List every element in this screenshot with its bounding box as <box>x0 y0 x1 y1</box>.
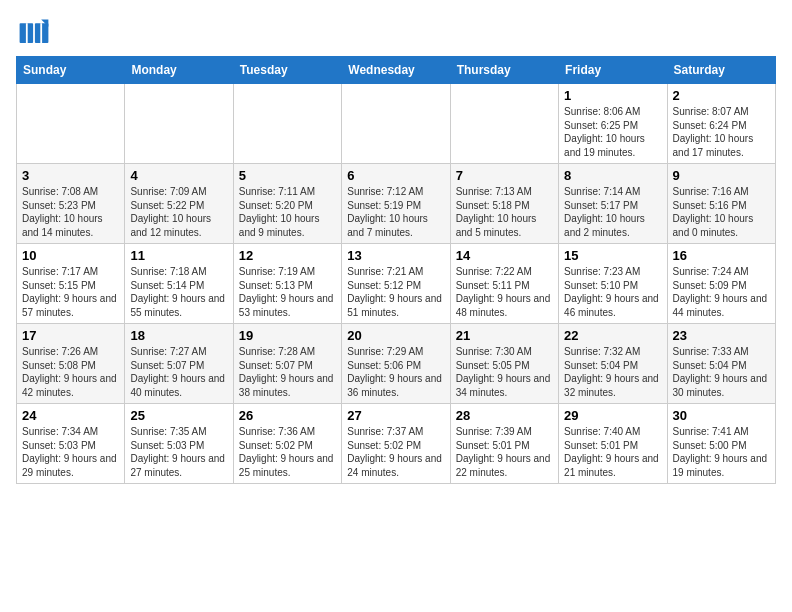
calendar-header-row: SundayMondayTuesdayWednesdayThursdayFrid… <box>17 57 776 84</box>
calendar-cell: 22Sunrise: 7:32 AM Sunset: 5:04 PM Dayli… <box>559 324 667 404</box>
weekday-header-friday: Friday <box>559 57 667 84</box>
weekday-header-sunday: Sunday <box>17 57 125 84</box>
day-info: Sunrise: 7:21 AM Sunset: 5:12 PM Dayligh… <box>347 265 444 319</box>
day-info: Sunrise: 7:40 AM Sunset: 5:01 PM Dayligh… <box>564 425 661 479</box>
day-info: Sunrise: 7:11 AM Sunset: 5:20 PM Dayligh… <box>239 185 336 239</box>
logo-icon <box>16 16 52 52</box>
day-info: Sunrise: 7:32 AM Sunset: 5:04 PM Dayligh… <box>564 345 661 399</box>
day-info: Sunrise: 7:33 AM Sunset: 5:04 PM Dayligh… <box>673 345 770 399</box>
calendar-cell: 26Sunrise: 7:36 AM Sunset: 5:02 PM Dayli… <box>233 404 341 484</box>
day-number: 30 <box>673 408 770 423</box>
day-info: Sunrise: 7:34 AM Sunset: 5:03 PM Dayligh… <box>22 425 119 479</box>
calendar-week-2: 3Sunrise: 7:08 AM Sunset: 5:23 PM Daylig… <box>17 164 776 244</box>
day-info: Sunrise: 7:12 AM Sunset: 5:19 PM Dayligh… <box>347 185 444 239</box>
day-info: Sunrise: 7:17 AM Sunset: 5:15 PM Dayligh… <box>22 265 119 319</box>
calendar-week-1: 1Sunrise: 8:06 AM Sunset: 6:25 PM Daylig… <box>17 84 776 164</box>
calendar-cell <box>17 84 125 164</box>
calendar-cell: 14Sunrise: 7:22 AM Sunset: 5:11 PM Dayli… <box>450 244 558 324</box>
day-info: Sunrise: 7:13 AM Sunset: 5:18 PM Dayligh… <box>456 185 553 239</box>
calendar-cell: 6Sunrise: 7:12 AM Sunset: 5:19 PM Daylig… <box>342 164 450 244</box>
calendar-cell: 25Sunrise: 7:35 AM Sunset: 5:03 PM Dayli… <box>125 404 233 484</box>
calendar-cell: 2Sunrise: 8:07 AM Sunset: 6:24 PM Daylig… <box>667 84 775 164</box>
calendar-cell: 21Sunrise: 7:30 AM Sunset: 5:05 PM Dayli… <box>450 324 558 404</box>
day-number: 4 <box>130 168 227 183</box>
calendar-cell <box>342 84 450 164</box>
calendar-cell: 3Sunrise: 7:08 AM Sunset: 5:23 PM Daylig… <box>17 164 125 244</box>
weekday-header-monday: Monday <box>125 57 233 84</box>
calendar-cell: 1Sunrise: 8:06 AM Sunset: 6:25 PM Daylig… <box>559 84 667 164</box>
day-number: 26 <box>239 408 336 423</box>
calendar-week-4: 17Sunrise: 7:26 AM Sunset: 5:08 PM Dayli… <box>17 324 776 404</box>
calendar-cell: 7Sunrise: 7:13 AM Sunset: 5:18 PM Daylig… <box>450 164 558 244</box>
calendar-cell <box>125 84 233 164</box>
day-number: 21 <box>456 328 553 343</box>
day-info: Sunrise: 7:22 AM Sunset: 5:11 PM Dayligh… <box>456 265 553 319</box>
day-info: Sunrise: 7:16 AM Sunset: 5:16 PM Dayligh… <box>673 185 770 239</box>
calendar-cell: 28Sunrise: 7:39 AM Sunset: 5:01 PM Dayli… <box>450 404 558 484</box>
day-info: Sunrise: 7:19 AM Sunset: 5:13 PM Dayligh… <box>239 265 336 319</box>
calendar-cell: 5Sunrise: 7:11 AM Sunset: 5:20 PM Daylig… <box>233 164 341 244</box>
calendar-cell: 20Sunrise: 7:29 AM Sunset: 5:06 PM Dayli… <box>342 324 450 404</box>
calendar-cell <box>450 84 558 164</box>
calendar-cell <box>233 84 341 164</box>
day-number: 3 <box>22 168 119 183</box>
calendar-cell: 23Sunrise: 7:33 AM Sunset: 5:04 PM Dayli… <box>667 324 775 404</box>
day-number: 6 <box>347 168 444 183</box>
calendar-cell: 17Sunrise: 7:26 AM Sunset: 5:08 PM Dayli… <box>17 324 125 404</box>
day-info: Sunrise: 7:29 AM Sunset: 5:06 PM Dayligh… <box>347 345 444 399</box>
day-info: Sunrise: 8:07 AM Sunset: 6:24 PM Dayligh… <box>673 105 770 159</box>
day-number: 28 <box>456 408 553 423</box>
day-info: Sunrise: 7:24 AM Sunset: 5:09 PM Dayligh… <box>673 265 770 319</box>
calendar-cell: 13Sunrise: 7:21 AM Sunset: 5:12 PM Dayli… <box>342 244 450 324</box>
calendar-cell: 18Sunrise: 7:27 AM Sunset: 5:07 PM Dayli… <box>125 324 233 404</box>
day-info: Sunrise: 7:28 AM Sunset: 5:07 PM Dayligh… <box>239 345 336 399</box>
calendar-cell: 4Sunrise: 7:09 AM Sunset: 5:22 PM Daylig… <box>125 164 233 244</box>
day-info: Sunrise: 7:37 AM Sunset: 5:02 PM Dayligh… <box>347 425 444 479</box>
day-number: 18 <box>130 328 227 343</box>
calendar-cell: 27Sunrise: 7:37 AM Sunset: 5:02 PM Dayli… <box>342 404 450 484</box>
day-number: 7 <box>456 168 553 183</box>
logo <box>16 16 58 52</box>
calendar-cell: 10Sunrise: 7:17 AM Sunset: 5:15 PM Dayli… <box>17 244 125 324</box>
day-number: 22 <box>564 328 661 343</box>
calendar-cell: 11Sunrise: 7:18 AM Sunset: 5:14 PM Dayli… <box>125 244 233 324</box>
day-number: 1 <box>564 88 661 103</box>
day-info: Sunrise: 7:23 AM Sunset: 5:10 PM Dayligh… <box>564 265 661 319</box>
day-number: 24 <box>22 408 119 423</box>
day-info: Sunrise: 7:30 AM Sunset: 5:05 PM Dayligh… <box>456 345 553 399</box>
day-number: 9 <box>673 168 770 183</box>
day-number: 27 <box>347 408 444 423</box>
header <box>16 16 776 52</box>
day-info: Sunrise: 7:09 AM Sunset: 5:22 PM Dayligh… <box>130 185 227 239</box>
day-number: 17 <box>22 328 119 343</box>
day-info: Sunrise: 7:26 AM Sunset: 5:08 PM Dayligh… <box>22 345 119 399</box>
calendar-week-5: 24Sunrise: 7:34 AM Sunset: 5:03 PM Dayli… <box>17 404 776 484</box>
calendar-cell: 29Sunrise: 7:40 AM Sunset: 5:01 PM Dayli… <box>559 404 667 484</box>
day-number: 13 <box>347 248 444 263</box>
day-number: 15 <box>564 248 661 263</box>
day-info: Sunrise: 7:18 AM Sunset: 5:14 PM Dayligh… <box>130 265 227 319</box>
calendar-cell: 15Sunrise: 7:23 AM Sunset: 5:10 PM Dayli… <box>559 244 667 324</box>
day-number: 23 <box>673 328 770 343</box>
day-info: Sunrise: 7:41 AM Sunset: 5:00 PM Dayligh… <box>673 425 770 479</box>
day-info: Sunrise: 7:39 AM Sunset: 5:01 PM Dayligh… <box>456 425 553 479</box>
calendar-cell: 8Sunrise: 7:14 AM Sunset: 5:17 PM Daylig… <box>559 164 667 244</box>
calendar-cell: 16Sunrise: 7:24 AM Sunset: 5:09 PM Dayli… <box>667 244 775 324</box>
day-info: Sunrise: 7:14 AM Sunset: 5:17 PM Dayligh… <box>564 185 661 239</box>
day-number: 16 <box>673 248 770 263</box>
day-info: Sunrise: 7:27 AM Sunset: 5:07 PM Dayligh… <box>130 345 227 399</box>
day-number: 8 <box>564 168 661 183</box>
day-number: 5 <box>239 168 336 183</box>
day-info: Sunrise: 7:36 AM Sunset: 5:02 PM Dayligh… <box>239 425 336 479</box>
calendar-cell: 12Sunrise: 7:19 AM Sunset: 5:13 PM Dayli… <box>233 244 341 324</box>
day-number: 29 <box>564 408 661 423</box>
day-number: 20 <box>347 328 444 343</box>
calendar-cell: 19Sunrise: 7:28 AM Sunset: 5:07 PM Dayli… <box>233 324 341 404</box>
calendar-cell: 30Sunrise: 7:41 AM Sunset: 5:00 PM Dayli… <box>667 404 775 484</box>
weekday-header-saturday: Saturday <box>667 57 775 84</box>
day-number: 12 <box>239 248 336 263</box>
weekday-header-thursday: Thursday <box>450 57 558 84</box>
day-number: 11 <box>130 248 227 263</box>
day-number: 14 <box>456 248 553 263</box>
day-number: 19 <box>239 328 336 343</box>
